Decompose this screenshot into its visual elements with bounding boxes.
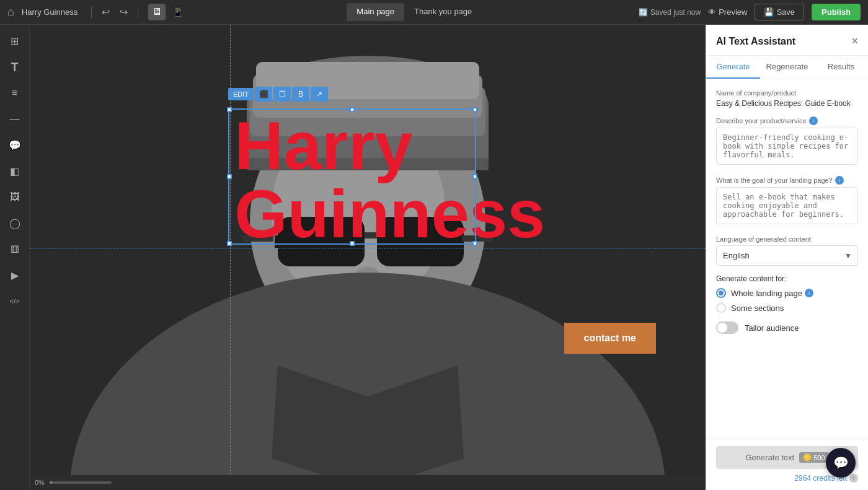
tab-thank-you-page[interactable]: Thank you page <box>404 3 482 21</box>
toggle-knob <box>717 323 727 333</box>
radio-some-sections-label: Some sections <box>731 304 784 313</box>
tab-main-page[interactable]: Main page <box>347 3 404 21</box>
sidebar-icon-video[interactable]: ▶ <box>4 264 26 286</box>
handle-top-right[interactable] <box>472 107 477 112</box>
whole-page-info-icon: i <box>805 289 813 297</box>
describe-field: Describe your product/service i <box>716 116 858 167</box>
sidebar-icon-comment[interactable]: 💬 <box>4 134 26 156</box>
tab-results[interactable]: Results <box>814 56 868 79</box>
undo-button[interactable]: ↩ <box>99 4 112 20</box>
home-icon[interactable]: ⌂ <box>7 6 14 19</box>
sidebar-icon-layers[interactable]: ◧ <box>4 160 26 182</box>
ai-text-assistant-panel: AI Text Assistant × Generate Regenerate … <box>706 25 868 490</box>
radio-whole-page-dot <box>719 291 724 295</box>
describe-info-icon: i <box>809 116 818 125</box>
tailor-audience-toggle[interactable] <box>716 322 738 334</box>
credits-info-icon: i <box>849 474 858 483</box>
panel-close-button[interactable]: × <box>851 35 858 48</box>
handle-mid-left[interactable] <box>227 174 232 179</box>
left-sidebar: ⊞ T ≡ — 💬 ◧ 🖼 ◯ ⚅ ▶ </> <box>0 25 30 490</box>
describe-label: Describe your product/service i <box>716 116 858 125</box>
canvas-bottom-bar: 0% <box>30 475 706 490</box>
cta-button[interactable]: contact me <box>564 323 656 354</box>
handle-top-left[interactable] <box>227 107 232 112</box>
panel-header: AI Text Assistant × <box>706 25 868 56</box>
page-title: Harry Guinness <box>22 7 84 17</box>
tab-generate[interactable]: Generate <box>706 56 760 79</box>
topbar-right: 🔄 Saved just now 👁 Preview 💾 Save Publis… <box>639 4 861 20</box>
floppy-icon: 💾 <box>764 7 774 17</box>
sidebar-icon-text[interactable]: T <box>4 56 26 78</box>
company-label: Name of company/product <box>716 89 858 97</box>
saved-status: 🔄 Saved just now <box>639 8 701 17</box>
generate-for-label: Generate content for: <box>716 274 858 283</box>
topbar: ⌂ Harry Guinness ↩ ↪ 🖥 📱 Main page Thank… <box>0 0 868 25</box>
duplicate-button[interactable]: ❐ <box>273 87 291 102</box>
handle-bottom-right[interactable] <box>472 241 477 246</box>
main-area: ⊞ T ≡ — 💬 ◧ 🖼 ◯ ⚅ ▶ </> <box>0 25 868 490</box>
panel-tabs: Generate Regenerate Results <box>706 56 868 79</box>
radio-whole-page-circle[interactable] <box>716 288 726 298</box>
more-button[interactable]: ↗ <box>311 87 328 102</box>
sidebar-icon-separator[interactable]: — <box>4 108 26 130</box>
radio-some-sections[interactable]: Some sections <box>716 303 858 313</box>
device-switcher: 🖥 📱 <box>148 4 188 20</box>
canvas-area: EDIT ⬛ ❐ B ↗ <box>30 25 706 490</box>
canvas: EDIT ⬛ ❐ B ↗ <box>30 25 706 475</box>
redo-button[interactable]: ↪ <box>117 4 130 20</box>
save-icon: 🔄 <box>639 8 648 17</box>
describe-input[interactable] <box>716 128 858 165</box>
handle-bottom-left[interactable] <box>227 241 232 246</box>
chat-button[interactable]: 💬 <box>826 448 856 478</box>
handle-top-mid[interactable] <box>350 107 355 112</box>
sidebar-icon-image[interactable]: 🖼 <box>4 186 26 208</box>
panel-body: Name of company/product Easy & Delicious… <box>706 79 868 438</box>
desktop-icon[interactable]: 🖥 <box>148 4 166 20</box>
panel-title: AI Text Assistant <box>716 36 795 47</box>
handle-mid-right[interactable] <box>472 174 477 179</box>
divider <box>91 6 92 19</box>
language-field: Language of generated content English Sp… <box>716 235 858 266</box>
edit-button[interactable]: EDIT <box>228 88 254 100</box>
radio-group: Whole landing page i Some sections <box>716 288 858 313</box>
tailor-audience-row: Tailor audience <box>716 322 858 334</box>
radio-some-sections-circle[interactable] <box>716 303 726 313</box>
canvas-wrapper: EDIT ⬛ ❐ B ↗ <box>30 25 706 475</box>
page-tabs: Main page Thank you page <box>195 3 634 21</box>
sidebar-icon-shape[interactable]: ◯ <box>4 212 26 234</box>
style-button[interactable]: B <box>292 87 309 102</box>
language-label: Language of generated content <box>716 235 858 243</box>
radio-whole-page[interactable]: Whole landing page i <box>716 288 858 298</box>
company-field: Name of company/product Easy & Delicious… <box>716 89 858 108</box>
handle-bottom-mid[interactable] <box>350 241 355 246</box>
preview-button[interactable]: 👁 Preview <box>708 7 747 17</box>
zoom-bar[interactable] <box>50 481 112 484</box>
language-select-wrapper: English Spanish French German Italian ▼ <box>716 245 858 266</box>
goal-input[interactable] <box>716 187 858 224</box>
sidebar-icon-lines[interactable]: ≡ <box>4 82 26 104</box>
sidebar-icon-group[interactable]: ⚅ <box>4 238 26 260</box>
sidebar-icon-grid[interactable]: ⊞ <box>4 30 26 52</box>
mobile-icon[interactable]: 📱 <box>168 4 188 20</box>
eye-icon: 👁 <box>708 7 716 17</box>
tab-regenerate[interactable]: Regenerate <box>760 56 814 79</box>
tailor-audience-label: Tailor audience <box>745 323 799 333</box>
divider2 <box>138 6 138 19</box>
company-value: Easy & Delicious Recipes: Guide E-book <box>716 99 858 108</box>
align-button[interactable]: ⬛ <box>255 87 272 102</box>
generate-for-section: Generate content for: Whole landing page… <box>716 274 858 313</box>
generate-cost-badge: 🪙 500 <box>799 452 828 463</box>
goal-info-icon: i <box>835 176 844 185</box>
language-select[interactable]: English Spanish French German Italian <box>716 245 858 266</box>
selection-box <box>228 108 476 245</box>
publish-button[interactable]: Publish <box>812 4 861 20</box>
sidebar-icon-code[interactable]: </> <box>4 290 26 312</box>
goal-field: What is the goal of your landing page? i <box>716 176 858 227</box>
radio-whole-page-label: Whole landing page i <box>731 289 813 298</box>
edit-toolbar: EDIT ⬛ ❐ B ↗ <box>228 87 328 102</box>
save-button[interactable]: 💾 Save <box>755 4 804 20</box>
zoom-level: 0% <box>35 479 45 486</box>
goal-label: What is the goal of your landing page? i <box>716 176 858 185</box>
coin-icon: 🪙 <box>803 453 812 462</box>
zoom-fill <box>50 481 52 484</box>
